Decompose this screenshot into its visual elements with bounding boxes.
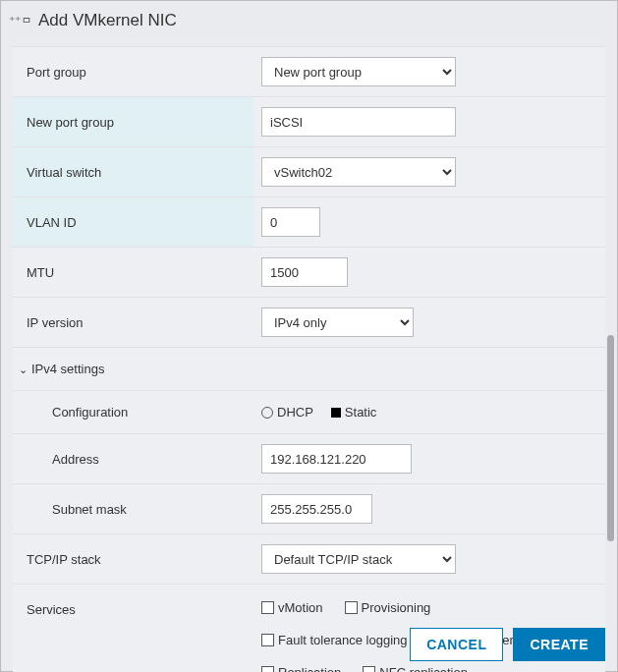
service-nfc-checkbox[interactable]: NFC replication [363,665,468,672]
cancel-button[interactable]: CANCEL [410,628,503,661]
subnet-mask-input[interactable] [261,494,372,524]
ipv4-settings-toggle[interactable]: ⌄IPv4 settings [13,348,253,391]
mtu-input[interactable] [261,257,348,287]
checkbox-unchecked-icon [261,601,274,614]
service-replication-label: Replication [278,665,341,672]
virtual-switch-label: Virtual switch [13,147,253,197]
config-static-label: Static [345,405,377,420]
chevron-down-icon: ⌄ [19,364,28,376]
service-ft-label: Fault tolerance logging [278,633,408,647]
service-nfc-label: NFC replication [379,665,468,672]
address-input[interactable] [261,444,412,474]
form-table: Port group New port group New port group… [13,46,605,672]
scrollbar-thumb[interactable] [607,335,614,541]
ipv4-settings-label: IPv4 settings [31,362,104,376]
service-vmotion-label: vMotion [278,600,323,615]
radio-unchecked-icon [261,407,273,419]
service-provisioning-label: Provisioning [362,600,431,615]
ip-version-label: IP version [13,298,253,348]
ip-version-select[interactable]: IPv4 only [261,308,414,337]
services-label: Services [13,585,253,673]
tcpip-stack-select[interactable]: Default TCP/IP stack [261,544,456,574]
checkbox-unchecked-icon [261,666,274,672]
vlan-id-input[interactable] [261,207,320,237]
add-vmkernel-nic-dialog: ⁺⁺ᆷ Add VMkernel NIC Port group New port… [0,0,618,672]
create-button[interactable]: CREATE [513,628,605,661]
new-port-group-input[interactable] [261,107,456,137]
config-dhcp-radio[interactable]: DHCP [261,405,313,420]
dialog-title: Add VMkernel NIC [38,11,177,30]
tcpip-stack-label: TCP/IP stack [13,534,253,585]
checkbox-unchecked-icon [345,601,358,614]
service-vmotion-checkbox[interactable]: vMotion [261,600,323,615]
new-port-group-label: New port group [13,97,253,147]
port-group-label: Port group [13,47,253,97]
config-static-radio[interactable]: Static [331,405,377,420]
port-group-select[interactable]: New port group [261,57,456,86]
config-dhcp-label: DHCP [277,405,313,420]
service-replication-checkbox[interactable]: Replication [261,665,341,672]
dialog-header: ⁺⁺ᆷ Add VMkernel NIC [1,1,617,46]
vlan-id-label: VLAN ID [13,197,253,248]
checkbox-unchecked-icon [261,634,274,646]
dialog-footer: CANCEL CREATE [410,628,605,661]
mtu-label: MTU [13,248,253,298]
virtual-switch-select[interactable]: vSwitch02 [261,157,456,187]
configuration-radio-group: DHCP Static [261,405,597,420]
service-provisioning-checkbox[interactable]: Provisioning [345,600,431,615]
service-ft-checkbox[interactable]: Fault tolerance logging [261,633,408,647]
nic-icon: ⁺⁺ᆷ [9,13,32,29]
address-label: Address [13,434,253,484]
subnet-mask-label: Subnet mask [13,484,253,534]
radio-checked-icon [331,408,341,418]
checkbox-unchecked-icon [363,666,375,672]
configuration-label: Configuration [13,391,253,434]
